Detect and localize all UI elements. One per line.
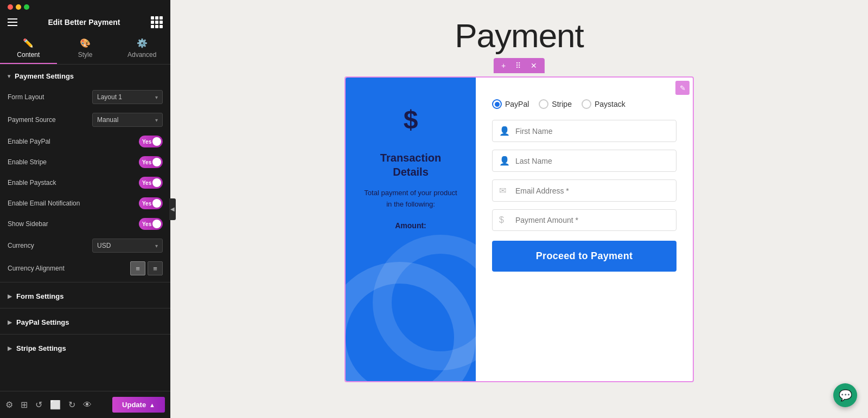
first-name-input[interactable]: [515, 127, 669, 136]
envelope-icon: ✉: [499, 185, 510, 196]
tab-advanced-label: Advanced: [127, 51, 156, 59]
widget-add-btn[interactable]: +: [499, 60, 508, 71]
amount-label: Amount:: [395, 221, 426, 230]
currency-row: Currency USD ▾: [0, 234, 170, 257]
payment-widget: $ Transaction Details Total payment of y…: [346, 78, 693, 381]
radio-stripe[interactable]: Stripe: [539, 99, 572, 109]
eye-icon[interactable]: 👁: [83, 400, 92, 410]
arrow-icon3: ▶: [8, 319, 12, 325]
align-right-btn[interactable]: ≡: [148, 261, 163, 275]
currency-value: USD: [97, 242, 111, 249]
enable-email-label: Enable Email Notification: [8, 200, 139, 207]
responsive-icon[interactable]: ⬜: [50, 400, 61, 410]
dollar-icon: $: [499, 215, 510, 225]
payment-amount-input[interactable]: [515, 216, 669, 224]
style-icon: 🎨: [80, 38, 91, 48]
form-layout-value: Layout 1: [97, 93, 122, 101]
person-icon-2: 👤: [499, 156, 510, 166]
toggle-yes-label3: Yes: [142, 180, 151, 186]
toggle-yes-label: Yes: [142, 139, 151, 145]
toggle-yes-label2: Yes: [142, 159, 151, 165]
tab-content[interactable]: ✏️ Content: [0, 33, 57, 64]
hamburger-icon[interactable]: [8, 18, 17, 26]
chat-bubble-button[interactable]: 💬: [833, 383, 857, 407]
widget-container: + ⠿ ✕ ✎ $ Transaction Details Total paym…: [344, 76, 694, 382]
payment-settings-header[interactable]: ▾ Payment Settings: [0, 65, 170, 86]
payment-source-row: Payment Source Manual ▾: [0, 108, 170, 131]
dot-green[interactable]: [24, 4, 29, 10]
align-left-btn[interactable]: ≡: [130, 261, 145, 275]
show-sidebar-toggle[interactable]: Yes: [139, 218, 163, 230]
widget-drag-btn[interactable]: ⠿: [513, 60, 523, 71]
arrow-icon4: ▶: [8, 345, 12, 351]
dollar-sign: $: [404, 105, 418, 134]
arrow-icon: ▾: [8, 73, 10, 79]
toggle-yes-label5: Yes: [142, 221, 151, 227]
payment-settings-label: Payment Settings: [15, 72, 74, 80]
transaction-desc: Total payment of your product in the fol…: [362, 188, 459, 210]
arrow-icon2: ▶: [8, 293, 12, 299]
radio-stripe-label: Stripe: [552, 100, 572, 108]
currency-alignment-row: Currency Alignment ≡ ≡: [0, 257, 170, 280]
update-button[interactable]: Update ▲: [112, 397, 165, 413]
form-layout-label: Form Layout: [8, 93, 92, 101]
toolbar-icons-group: ⚙ ⊞ ↺ ⬜ ↻ 👁: [5, 400, 92, 410]
collapse-panel-tab[interactable]: ◀: [169, 198, 176, 220]
toggle-yes-label4: Yes: [142, 201, 151, 207]
radio-circle-paystack: [582, 99, 591, 109]
enable-stripe-toggle[interactable]: Yes: [139, 156, 163, 168]
dot-red[interactable]: [8, 4, 13, 10]
loop-icon[interactable]: ↻: [68, 400, 75, 410]
widget-wrapper: ✎ $ Transaction Details Total payment of…: [344, 76, 694, 382]
paypal-settings-header[interactable]: ▶ PayPal Settings: [0, 311, 170, 332]
update-label: Update: [122, 401, 146, 409]
widget-toolbar: + ⠿ ✕: [494, 58, 545, 73]
layers-icon[interactable]: ⊞: [21, 400, 28, 410]
widget-edit-btn[interactable]: ✎: [675, 81, 690, 95]
main-area: Payment + ⠿ ✕ ✎ $ Transaction Details To…: [170, 0, 868, 418]
panel-tabs: ✏️ Content 🎨 Style ⚙️ Advanced: [0, 33, 170, 65]
radio-paystack[interactable]: Paystack: [582, 99, 626, 109]
radio-paypal[interactable]: PayPal: [492, 99, 529, 109]
paypal-settings-label: PayPal Settings: [16, 318, 69, 326]
history-icon[interactable]: ↺: [35, 400, 42, 410]
window-controls: [0, 0, 170, 14]
enable-paypal-toggle[interactable]: Yes: [139, 136, 163, 147]
dropdown-arrow-icon: ▾: [155, 94, 158, 100]
transaction-title: Transaction Details: [362, 151, 459, 179]
payment-source-dropdown[interactable]: Manual ▾: [92, 113, 163, 127]
settings-icon[interactable]: ⚙: [5, 400, 13, 410]
grid-icon[interactable]: [151, 16, 163, 28]
tab-advanced[interactable]: ⚙️ Advanced: [113, 33, 170, 64]
enable-paystack-toggle[interactable]: Yes: [139, 177, 163, 189]
enable-email-toggle[interactable]: Yes: [139, 197, 163, 209]
email-input[interactable]: [515, 187, 669, 195]
currency-label: Currency: [8, 242, 92, 249]
last-name-input[interactable]: [515, 157, 669, 165]
show-sidebar-label: Show Sidebar: [8, 220, 139, 228]
enable-paypal-label: Enable PayPal: [8, 138, 139, 145]
tab-style[interactable]: 🎨 Style: [57, 33, 114, 64]
widget-form: PayPal Stripe Paystack 👤: [476, 78, 693, 381]
form-settings-header[interactable]: ▶ Form Settings: [0, 285, 170, 306]
stripe-settings-header[interactable]: ▶ Stripe Settings: [0, 337, 170, 358]
tab-style-label: Style: [78, 51, 93, 59]
form-settings-label: Form Settings: [16, 292, 63, 300]
bottom-toolbar: ⚙ ⊞ ↺ ⬜ ↻ 👁 Update ▲: [0, 391, 170, 418]
payment-source-label: Payment Source: [8, 116, 92, 124]
content-icon: ✏️: [23, 38, 34, 48]
dropdown-arrow-icon2: ▾: [155, 117, 158, 123]
form-layout-dropdown[interactable]: Layout 1 ▾: [92, 90, 163, 104]
proceed-to-payment-button[interactable]: Proceed to Payment: [492, 241, 676, 272]
radio-paypal-label: PayPal: [505, 100, 529, 108]
left-panel: Edit Better Payment ✏️ Content 🎨 Style ⚙…: [0, 0, 170, 418]
widget-close-btn[interactable]: ✕: [528, 60, 539, 71]
enable-paystack-label: Enable Paystack: [8, 179, 139, 187]
dot-yellow[interactable]: [16, 4, 21, 10]
currency-dropdown[interactable]: USD ▾: [92, 239, 163, 253]
email-field: ✉: [492, 179, 676, 202]
enable-paystack-row: Enable Paystack Yes: [0, 172, 170, 193]
payment-options-group: PayPal Stripe Paystack: [492, 99, 676, 109]
widget-sidebar: $ Transaction Details Total payment of y…: [346, 78, 476, 381]
payment-source-value: Manual: [97, 116, 118, 124]
